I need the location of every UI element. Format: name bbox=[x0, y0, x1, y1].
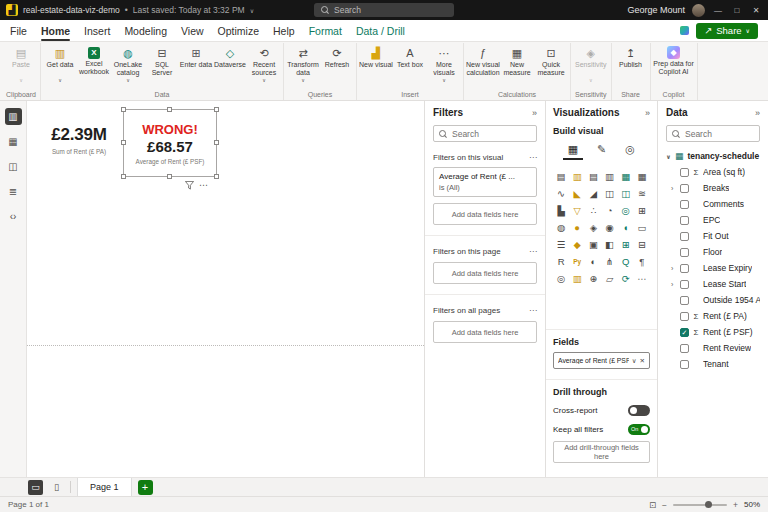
more-visuals-button[interactable]: ⋯More visuals∨ bbox=[427, 43, 461, 83]
keep-all-filters-toggle[interactable]: On bbox=[628, 424, 650, 435]
collapse-pane-icon[interactable]: » bbox=[755, 108, 760, 118]
close-button[interactable]: ✕ bbox=[750, 6, 762, 15]
field-checkbox[interactable] bbox=[680, 296, 689, 305]
zoom-slider-knob[interactable] bbox=[705, 501, 712, 508]
menu-tab-data-drill[interactable]: Data / Drill bbox=[356, 20, 405, 42]
field-row-fit-out[interactable]: Fit Out bbox=[666, 228, 760, 244]
field-row-rent-psf[interactable]: ✓ΣRent (£ PSF) bbox=[666, 324, 760, 340]
filled-map-icon[interactable]: ● bbox=[569, 219, 585, 236]
maximize-button[interactable]: □ bbox=[731, 6, 743, 15]
field-row-tenant[interactable]: Tenant bbox=[666, 356, 760, 372]
field-checkbox[interactable] bbox=[680, 312, 689, 321]
get-data-button[interactable]: ▥Get data∨ bbox=[43, 43, 77, 83]
card-visual-sum-rent-pa[interactable]: £2.39M Sum of Rent (£ PA) bbox=[37, 115, 121, 165]
transform-data-button[interactable]: ⇄Transform data∨ bbox=[286, 43, 320, 83]
waterfall-chart-icon[interactable]: ▙ bbox=[553, 202, 569, 219]
quick-measure-button[interactable]: ⊡Quick measure bbox=[534, 43, 568, 78]
format-visual-tab[interactable]: ✎ bbox=[592, 140, 612, 160]
field-checkbox[interactable] bbox=[680, 184, 689, 193]
get-more-visuals-icon[interactable]: ⋯ bbox=[634, 270, 650, 287]
refresh-button[interactable]: ⟳Refresh bbox=[320, 43, 354, 78]
chevron-down-icon[interactable]: ∨ bbox=[250, 7, 254, 14]
field-row-comments[interactable]: Comments bbox=[666, 196, 760, 212]
table-icon[interactable]: ⊞ bbox=[618, 236, 634, 253]
build-visual-tab[interactable]: ▦ bbox=[563, 140, 583, 160]
chevron-down-icon[interactable]: ∨ bbox=[666, 153, 671, 160]
card-icon[interactable]: ▭ bbox=[634, 219, 650, 236]
resize-handle[interactable] bbox=[121, 174, 126, 179]
more-options-icon[interactable]: ⋯ bbox=[529, 153, 537, 162]
page-tab[interactable]: Page 1 bbox=[77, 478, 132, 497]
matrix-icon[interactable]: ⊟ bbox=[634, 236, 650, 253]
expand-icon[interactable]: › bbox=[671, 265, 677, 272]
more-options-icon[interactable]: ⋯ bbox=[529, 306, 537, 315]
field-row-outside-1954-act[interactable]: Outside 1954 Act bbox=[666, 292, 760, 308]
power-automate-icon[interactable]: ⟳ bbox=[618, 270, 634, 287]
field-checkbox[interactable] bbox=[680, 264, 689, 273]
new-page-button[interactable]: + bbox=[138, 480, 153, 495]
q-and-a-icon[interactable]: Q bbox=[618, 253, 634, 270]
chevron-down-icon[interactable]: ∨ bbox=[632, 357, 637, 365]
field-row-rent-pa[interactable]: ΣRent (£ PA) bbox=[666, 308, 760, 324]
more-options-icon[interactable]: ⋯ bbox=[529, 247, 537, 256]
power-apps-icon[interactable]: ▱ bbox=[601, 270, 617, 287]
treemap-icon[interactable]: ⊞ bbox=[634, 202, 650, 219]
map-icon[interactable]: ◍ bbox=[553, 219, 569, 236]
scatter-chart-icon[interactable]: ∴ bbox=[585, 202, 601, 219]
field-checkbox[interactable] bbox=[680, 216, 689, 225]
arcgis-map-icon[interactable]: ⊕ bbox=[585, 270, 601, 287]
100-stacked-bar-chart-icon[interactable]: ▦ bbox=[618, 168, 634, 185]
menu-tab-format[interactable]: Format bbox=[309, 20, 342, 42]
new-slicer-icon[interactable]: ◧ bbox=[601, 236, 617, 253]
shape-map-icon[interactable]: ◉ bbox=[601, 219, 617, 236]
prep-data-for-copilot-button[interactable]: ◆Prep data for Copilot AI bbox=[653, 43, 695, 77]
dax-query-view-button[interactable]: ≣ bbox=[5, 183, 22, 200]
zoom-out-icon[interactable]: − bbox=[662, 500, 667, 510]
field-checkbox[interactable] bbox=[680, 280, 689, 289]
field-pill[interactable]: Average of Rent (£ PSF) ∨ ✕ bbox=[553, 352, 650, 369]
recent-sources-button[interactable]: ⟲Recent sources∨ bbox=[247, 43, 281, 83]
100-stacked-column-chart-icon[interactable]: ▦ bbox=[634, 168, 650, 185]
field-row-epc[interactable]: EPC bbox=[666, 212, 760, 228]
donut-chart-icon[interactable]: ◎ bbox=[618, 202, 634, 219]
share-button[interactable]: ↗ Share ∨ bbox=[696, 23, 758, 39]
resize-handle[interactable] bbox=[121, 107, 126, 112]
global-search-input[interactable]: Search bbox=[314, 3, 454, 17]
clustered-column-chart-icon[interactable]: ▥ bbox=[601, 168, 617, 185]
document-title[interactable]: real-estate-data-viz-demo bbox=[23, 5, 120, 15]
python-visual-icon[interactable]: Py bbox=[569, 253, 585, 270]
field-checkbox[interactable] bbox=[680, 248, 689, 257]
collapse-pane-icon[interactable]: » bbox=[645, 108, 650, 118]
text-box-button[interactable]: AText box bbox=[393, 43, 427, 78]
filters-search-input[interactable]: Search bbox=[433, 125, 537, 142]
field-row-lease-start[interactable]: ›Lease Start bbox=[666, 276, 760, 292]
report-canvas[interactable]: £2.39M Sum of Rent (£ PA) WRONG! £68.57 … bbox=[27, 101, 424, 477]
smart-narrative-icon[interactable]: ¶ bbox=[634, 253, 650, 270]
field-row-area-sq-ft[interactable]: ΣArea (sq ft) bbox=[666, 164, 760, 180]
line-and-stacked-column-chart-icon[interactable]: ◫ bbox=[601, 185, 617, 202]
drill-fields-dropzone[interactable]: Add drill-through fields here bbox=[553, 441, 650, 463]
filter-dropzone[interactable]: Add data fields here bbox=[433, 321, 537, 343]
ribbon-chart-icon[interactable]: ≋ bbox=[634, 185, 650, 202]
line-and-clustered-column-chart-icon[interactable]: ◫ bbox=[618, 185, 634, 202]
expand-icon[interactable]: › bbox=[671, 281, 677, 288]
stacked-column-chart-icon[interactable]: ▥ bbox=[569, 168, 585, 185]
avatar[interactable] bbox=[692, 4, 705, 17]
publish-button[interactable]: ↥Publish bbox=[614, 43, 648, 78]
resize-handle[interactable] bbox=[167, 174, 172, 179]
analytics-tab[interactable]: ◎ bbox=[620, 140, 640, 160]
card-visual-avg-rent-psf-selected[interactable]: WRONG! £68.57 Average of Rent (£ PSF) bbox=[123, 109, 217, 177]
menu-tab-home[interactable]: Home bbox=[41, 20, 70, 42]
tmdl-view-button[interactable]: ‹› bbox=[5, 208, 22, 225]
field-checkbox[interactable] bbox=[680, 360, 689, 369]
slicer-icon[interactable]: ▣ bbox=[585, 236, 601, 253]
enter-data-button[interactable]: ⊞Enter data bbox=[179, 43, 213, 78]
field-row-floor[interactable]: Floor bbox=[666, 244, 760, 260]
excel-workbook-button[interactable]: XExcel workbook bbox=[77, 43, 111, 77]
resize-handle[interactable] bbox=[214, 107, 219, 112]
remove-field-icon[interactable]: ✕ bbox=[640, 357, 645, 365]
filter-icon[interactable] bbox=[185, 181, 194, 190]
new-visual-calculation-button[interactable]: ƒNew visual calculation bbox=[466, 43, 500, 78]
field-checkbox[interactable] bbox=[680, 168, 689, 177]
menu-tab-insert[interactable]: Insert bbox=[84, 20, 110, 42]
